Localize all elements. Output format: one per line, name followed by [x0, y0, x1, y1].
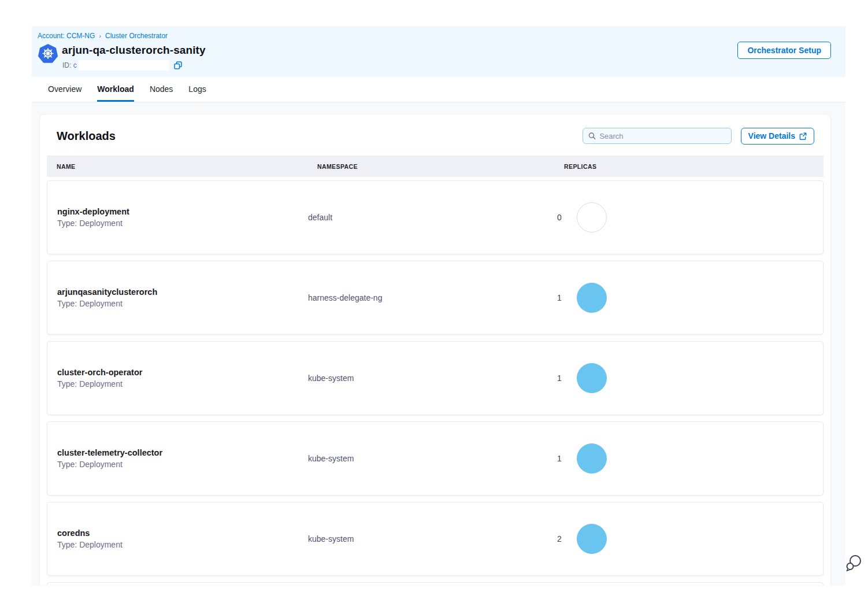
- cluster-id-label: ID: c: [62, 61, 77, 69]
- table-header: NAME NAMESPACE REPLICAS: [47, 156, 824, 177]
- chat-bubbles-icon: [845, 554, 862, 572]
- workload-name: cluster-orch-operator: [57, 368, 308, 377]
- workload-name-cell: cluster-orch-operator Type: Deployment: [47, 368, 308, 389]
- kubernetes-icon: [38, 44, 58, 64]
- workload-name-cell: cluster-telemetry-collector Type: Deploy…: [47, 448, 308, 469]
- workload-name-cell: arjunqasanityclusterorch Type: Deploymen…: [47, 287, 308, 308]
- view-details-button[interactable]: View Details: [741, 128, 814, 145]
- tab[interactable]: Overview: [48, 77, 81, 102]
- workloads-title: Workloads: [57, 130, 116, 143]
- tab-label: Logs: [188, 84, 206, 94]
- workload-replicas-cell: 1: [555, 283, 823, 313]
- replicas-status-circle: [577, 202, 607, 232]
- search-input[interactable]: [599, 132, 725, 140]
- chat-help-button[interactable]: [845, 554, 862, 572]
- workload-namespace: kube-system: [308, 534, 555, 543]
- breadcrumb: Account: CCM-NG›Cluster Orchestrator: [38, 32, 168, 40]
- page-title: arjun-qa-clusterorch-sanity: [62, 44, 206, 57]
- workload-replicas-cell: 1: [555, 443, 823, 474]
- workload-type: Type: Deployment: [57, 460, 308, 469]
- breadcrumb-account-link[interactable]: Account: CCM-NG: [38, 32, 95, 40]
- partial-row-container: [47, 582, 824, 585]
- replicas-count: 2: [555, 534, 577, 543]
- replicas-status-circle: [577, 283, 607, 313]
- content-area: Workloads View Details: [32, 102, 845, 585]
- workloads-card: Workloads View Details: [39, 114, 831, 585]
- cluster-id-row: ID: c: [62, 60, 182, 71]
- replicas-count: 0: [555, 213, 577, 222]
- tab-label: Workload: [97, 84, 134, 94]
- workload-type: Type: Deployment: [57, 219, 308, 228]
- column-header-name: NAME: [57, 163, 317, 170]
- workload-namespace: default: [308, 213, 555, 222]
- workload-name: coredns: [57, 528, 308, 538]
- workload-namespace: harness-delegate-ng: [308, 293, 555, 302]
- workload-name-cell: coredns Type: Deployment: [47, 528, 308, 549]
- workloads-toolbar: Workloads View Details: [47, 127, 824, 145]
- copy-id-icon[interactable]: [174, 61, 182, 69]
- workloads-search[interactable]: [583, 128, 732, 144]
- table-row[interactable]: coredns Type: Deployment kube-system 2: [47, 502, 824, 576]
- column-header-namespace: NAMESPACE: [317, 163, 564, 170]
- workload-name: cluster-telemetry-collector: [57, 448, 308, 457]
- search-icon: [588, 132, 596, 140]
- workload-type: Type: Deployment: [57, 540, 308, 549]
- replicas-status-circle: [577, 443, 607, 474]
- workload-rows: nginx-deployment Type: Deployment defaul…: [47, 180, 824, 576]
- workload-name: arjunqasanityclusterorch: [57, 287, 308, 297]
- column-header-replicas: REPLICAS: [564, 163, 824, 170]
- view-details-label: View Details: [748, 131, 795, 140]
- tab[interactable]: Nodes: [150, 77, 173, 102]
- workload-name: nginx-deployment: [57, 207, 308, 216]
- replicas-count: 1: [555, 374, 577, 383]
- table-row[interactable]: cluster-telemetry-collector Type: Deploy…: [47, 421, 824, 496]
- table-row-partial[interactable]: [47, 582, 824, 585]
- workload-type: Type: Deployment: [57, 379, 308, 389]
- tab-label: Nodes: [150, 84, 173, 94]
- workload-name-cell: nginx-deployment Type: Deployment: [47, 207, 308, 228]
- breadcrumb-separator-icon: ›: [99, 32, 101, 39]
- workload-replicas-cell: 1: [555, 363, 823, 393]
- tab[interactable]: Logs: [188, 77, 206, 102]
- replicas-count: 1: [555, 454, 577, 463]
- workload-namespace: kube-system: [308, 374, 555, 383]
- tab-label: Overview: [48, 84, 81, 94]
- replicas-status-circle: [577, 524, 607, 554]
- table-row[interactable]: cluster-orch-operator Type: Deployment k…: [47, 341, 824, 415]
- breadcrumb-cluster-orchestrator-link[interactable]: Cluster Orchestrator: [105, 32, 168, 40]
- tab[interactable]: Workload: [97, 77, 134, 102]
- page-header: Account: CCM-NG›Cluster Orchestrator arj…: [32, 26, 845, 77]
- external-link-icon: [799, 132, 807, 140]
- workload-replicas-cell: 2: [555, 524, 823, 554]
- orchestrator-setup-button[interactable]: Orchestrator Setup: [737, 42, 831, 59]
- tab-bar: Overview Workload Nodes Logs: [32, 77, 845, 102]
- workload-replicas-cell: 0: [555, 202, 823, 232]
- replicas-count: 1: [555, 293, 577, 302]
- replicas-status-circle: [577, 363, 607, 393]
- table-row[interactable]: arjunqasanityclusterorch Type: Deploymen…: [47, 261, 824, 335]
- cluster-id-redacted: [78, 60, 169, 71]
- cluster-orchestrator-page: Account: CCM-NG›Cluster Orchestrator arj…: [32, 26, 845, 586]
- workload-namespace: kube-system: [308, 454, 555, 463]
- table-row[interactable]: nginx-deployment Type: Deployment defaul…: [47, 180, 824, 254]
- workload-type: Type: Deployment: [57, 299, 308, 308]
